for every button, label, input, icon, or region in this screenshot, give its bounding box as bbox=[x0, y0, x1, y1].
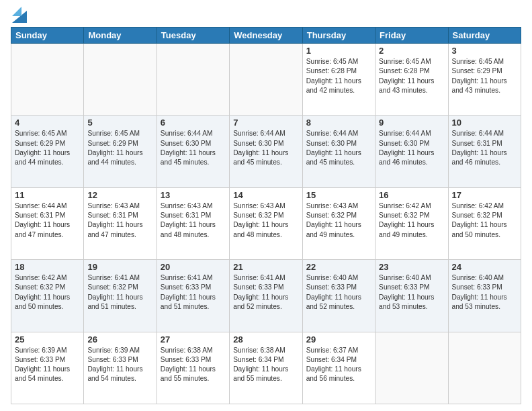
calendar-cell bbox=[84, 44, 157, 116]
calendar-cell: 19Sunrise: 6:41 AM Sunset: 6:32 PM Dayli… bbox=[84, 260, 157, 332]
calendar-cell bbox=[11, 44, 84, 116]
day-info: Sunrise: 6:41 AM Sunset: 6:33 PM Dayligh… bbox=[161, 273, 226, 312]
calendar-cell: 1Sunrise: 6:45 AM Sunset: 6:28 PM Daylig… bbox=[302, 44, 375, 116]
page: SundayMondayTuesdayWednesdayThursdayFrid… bbox=[0, 0, 532, 411]
calendar-cell: 24Sunrise: 6:40 AM Sunset: 6:33 PM Dayli… bbox=[448, 260, 521, 332]
day-info: Sunrise: 6:42 AM Sunset: 6:32 PM Dayligh… bbox=[452, 201, 517, 240]
day-info: Sunrise: 6:41 AM Sunset: 6:32 PM Dayligh… bbox=[87, 273, 152, 312]
day-number: 4 bbox=[15, 118, 80, 128]
calendar-cell: 8Sunrise: 6:44 AM Sunset: 6:30 PM Daylig… bbox=[302, 116, 375, 187]
day-info: Sunrise: 6:42 AM Sunset: 6:32 PM Dayligh… bbox=[15, 273, 80, 312]
calendar-cell: 10Sunrise: 6:44 AM Sunset: 6:31 PM Dayli… bbox=[448, 116, 521, 187]
day-number: 12 bbox=[87, 190, 152, 200]
calendar-cell: 16Sunrise: 6:42 AM Sunset: 6:32 PM Dayli… bbox=[375, 187, 448, 259]
calendar-cell: 23Sunrise: 6:40 AM Sunset: 6:33 PM Dayli… bbox=[375, 260, 448, 332]
weekday-header-tuesday: Tuesday bbox=[157, 28, 229, 44]
logo bbox=[11, 8, 27, 23]
day-number: 9 bbox=[379, 118, 444, 128]
calendar-cell: 14Sunrise: 6:43 AM Sunset: 6:32 PM Dayli… bbox=[230, 187, 302, 259]
calendar-week-row: 11Sunrise: 6:44 AM Sunset: 6:31 PM Dayli… bbox=[11, 187, 521, 259]
calendar-cell: 2Sunrise: 6:45 AM Sunset: 6:28 PM Daylig… bbox=[375, 44, 448, 116]
day-number: 5 bbox=[87, 118, 152, 128]
calendar-cell: 6Sunrise: 6:44 AM Sunset: 6:30 PM Daylig… bbox=[157, 116, 229, 187]
calendar-cell: 11Sunrise: 6:44 AM Sunset: 6:31 PM Dayli… bbox=[11, 187, 84, 259]
day-number: 24 bbox=[452, 262, 517, 272]
day-number: 27 bbox=[161, 334, 226, 345]
calendar-cell: 7Sunrise: 6:44 AM Sunset: 6:30 PM Daylig… bbox=[230, 116, 302, 187]
calendar-cell: 5Sunrise: 6:45 AM Sunset: 6:29 PM Daylig… bbox=[84, 116, 157, 187]
day-number: 13 bbox=[161, 190, 226, 200]
calendar-cell: 18Sunrise: 6:42 AM Sunset: 6:32 PM Dayli… bbox=[11, 260, 84, 332]
day-number: 10 bbox=[452, 118, 517, 128]
svg-marker-1 bbox=[12, 7, 21, 16]
day-info: Sunrise: 6:44 AM Sunset: 6:30 PM Dayligh… bbox=[233, 129, 298, 167]
day-number: 6 bbox=[161, 118, 226, 128]
day-info: Sunrise: 6:45 AM Sunset: 6:29 PM Dayligh… bbox=[452, 57, 517, 95]
calendar-cell: 12Sunrise: 6:43 AM Sunset: 6:31 PM Dayli… bbox=[84, 187, 157, 259]
weekday-header-wednesday: Wednesday bbox=[230, 28, 302, 44]
calendar-cell bbox=[230, 44, 302, 116]
day-number: 7 bbox=[233, 118, 298, 128]
day-info: Sunrise: 6:45 AM Sunset: 6:28 PM Dayligh… bbox=[306, 57, 371, 95]
day-info: Sunrise: 6:39 AM Sunset: 6:33 PM Dayligh… bbox=[15, 346, 80, 384]
day-number: 25 bbox=[15, 334, 80, 345]
day-number: 1 bbox=[306, 46, 371, 56]
calendar-cell bbox=[157, 44, 229, 116]
calendar-week-row: 18Sunrise: 6:42 AM Sunset: 6:32 PM Dayli… bbox=[11, 260, 521, 332]
day-number: 8 bbox=[306, 118, 371, 128]
calendar-cell: 3Sunrise: 6:45 AM Sunset: 6:29 PM Daylig… bbox=[448, 44, 521, 116]
day-info: Sunrise: 6:44 AM Sunset: 6:30 PM Dayligh… bbox=[161, 129, 226, 167]
day-info: Sunrise: 6:38 AM Sunset: 6:33 PM Dayligh… bbox=[161, 346, 226, 384]
day-number: 18 bbox=[15, 262, 80, 272]
day-number: 14 bbox=[233, 190, 298, 200]
calendar-cell: 9Sunrise: 6:44 AM Sunset: 6:30 PM Daylig… bbox=[375, 116, 448, 187]
weekday-header-sunday: Sunday bbox=[11, 28, 84, 44]
day-info: Sunrise: 6:44 AM Sunset: 6:31 PM Dayligh… bbox=[15, 201, 80, 240]
day-number: 29 bbox=[306, 334, 371, 345]
calendar-cell: 4Sunrise: 6:45 AM Sunset: 6:29 PM Daylig… bbox=[11, 116, 84, 187]
calendar-week-row: 1Sunrise: 6:45 AM Sunset: 6:28 PM Daylig… bbox=[11, 44, 521, 116]
day-number: 16 bbox=[379, 190, 444, 200]
day-info: Sunrise: 6:38 AM Sunset: 6:34 PM Dayligh… bbox=[233, 346, 298, 384]
day-info: Sunrise: 6:45 AM Sunset: 6:29 PM Dayligh… bbox=[87, 129, 152, 167]
day-info: Sunrise: 6:40 AM Sunset: 6:33 PM Dayligh… bbox=[306, 273, 371, 312]
calendar-cell: 13Sunrise: 6:43 AM Sunset: 6:31 PM Dayli… bbox=[157, 187, 229, 259]
day-info: Sunrise: 6:43 AM Sunset: 6:32 PM Dayligh… bbox=[306, 201, 371, 240]
day-number: 19 bbox=[87, 262, 152, 272]
calendar-cell: 26Sunrise: 6:39 AM Sunset: 6:33 PM Dayli… bbox=[84, 332, 157, 404]
day-info: Sunrise: 6:45 AM Sunset: 6:28 PM Dayligh… bbox=[379, 57, 444, 95]
calendar-cell: 27Sunrise: 6:38 AM Sunset: 6:33 PM Dayli… bbox=[157, 332, 229, 404]
calendar-week-row: 4Sunrise: 6:45 AM Sunset: 6:29 PM Daylig… bbox=[11, 116, 521, 187]
weekday-header-friday: Friday bbox=[375, 28, 448, 44]
day-number: 11 bbox=[15, 190, 80, 200]
day-info: Sunrise: 6:42 AM Sunset: 6:32 PM Dayligh… bbox=[379, 201, 444, 240]
calendar-cell: 22Sunrise: 6:40 AM Sunset: 6:33 PM Dayli… bbox=[302, 260, 375, 332]
day-info: Sunrise: 6:43 AM Sunset: 6:31 PM Dayligh… bbox=[87, 201, 152, 240]
day-info: Sunrise: 6:39 AM Sunset: 6:33 PM Dayligh… bbox=[87, 346, 152, 384]
day-number: 17 bbox=[452, 190, 517, 200]
day-number: 15 bbox=[306, 190, 371, 200]
day-info: Sunrise: 6:37 AM Sunset: 6:34 PM Dayligh… bbox=[306, 346, 371, 384]
weekday-header-monday: Monday bbox=[84, 28, 157, 44]
day-info: Sunrise: 6:44 AM Sunset: 6:31 PM Dayligh… bbox=[452, 129, 517, 167]
calendar-cell: 28Sunrise: 6:38 AM Sunset: 6:34 PM Dayli… bbox=[230, 332, 302, 404]
calendar-cell: 15Sunrise: 6:43 AM Sunset: 6:32 PM Dayli… bbox=[302, 187, 375, 259]
day-info: Sunrise: 6:45 AM Sunset: 6:29 PM Dayligh… bbox=[15, 129, 80, 167]
day-info: Sunrise: 6:43 AM Sunset: 6:31 PM Dayligh… bbox=[161, 201, 226, 240]
calendar-table: SundayMondayTuesdayWednesdayThursdayFrid… bbox=[11, 27, 521, 404]
day-number: 2 bbox=[379, 46, 444, 56]
day-info: Sunrise: 6:40 AM Sunset: 6:33 PM Dayligh… bbox=[452, 273, 517, 312]
calendar-cell: 17Sunrise: 6:42 AM Sunset: 6:32 PM Dayli… bbox=[448, 187, 521, 259]
day-info: Sunrise: 6:44 AM Sunset: 6:30 PM Dayligh… bbox=[379, 129, 444, 167]
weekday-header-saturday: Saturday bbox=[448, 28, 521, 44]
day-info: Sunrise: 6:43 AM Sunset: 6:32 PM Dayligh… bbox=[233, 201, 298, 240]
calendar-cell: 29Sunrise: 6:37 AM Sunset: 6:34 PM Dayli… bbox=[302, 332, 375, 404]
calendar-cell bbox=[448, 332, 521, 404]
calendar-cell: 20Sunrise: 6:41 AM Sunset: 6:33 PM Dayli… bbox=[157, 260, 229, 332]
day-number: 20 bbox=[161, 262, 226, 272]
day-info: Sunrise: 6:40 AM Sunset: 6:33 PM Dayligh… bbox=[379, 273, 444, 312]
day-info: Sunrise: 6:41 AM Sunset: 6:33 PM Dayligh… bbox=[233, 273, 298, 312]
calendar-cell: 25Sunrise: 6:39 AM Sunset: 6:33 PM Dayli… bbox=[11, 332, 84, 404]
header bbox=[11, 8, 521, 23]
day-number: 22 bbox=[306, 262, 371, 272]
